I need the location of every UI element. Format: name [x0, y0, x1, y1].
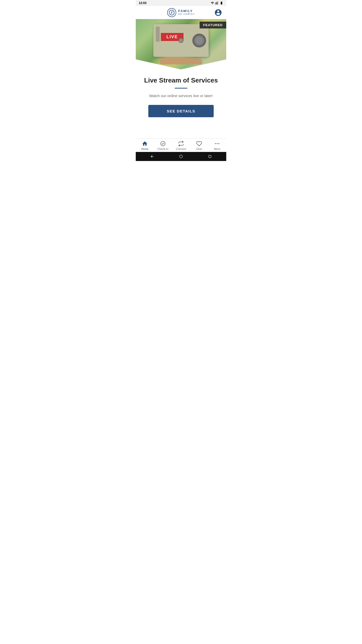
battery-icon — [220, 1, 223, 5]
nav-item-give[interactable]: Give — [190, 141, 208, 150]
svg-text:F: F — [170, 11, 173, 15]
wifi-icon — [211, 1, 214, 5]
android-back-button[interactable] — [150, 154, 155, 159]
status-time: 12:03 — [139, 1, 147, 5]
status-icons — [211, 1, 223, 5]
hero-section[interactable]: LIVE FEATURED — [136, 19, 226, 69]
android-recents-button[interactable] — [207, 154, 212, 159]
profile-button[interactable] — [214, 9, 222, 17]
android-nav-bar — [136, 152, 226, 161]
content-subtitle: Watch our online services live or later! — [149, 93, 213, 99]
logo-circle: F — [167, 8, 176, 17]
checkin-icon — [160, 141, 166, 147]
camera-lens — [192, 34, 206, 48]
camera-body: LIVE — [153, 24, 209, 57]
bottom-nav: Home Check-In Connect Give More — [136, 138, 226, 152]
content-title: Live Stream of Services — [144, 76, 218, 84]
nav-item-connect[interactable]: Connect — [172, 141, 190, 150]
more-icon — [214, 141, 220, 147]
nav-label-more: More — [214, 147, 220, 150]
connect-icon — [178, 141, 184, 147]
logo-main-text: FAMILY — [178, 9, 195, 13]
see-details-button[interactable]: SEE DETAILS — [148, 105, 214, 117]
hand — [160, 58, 202, 64]
logo: F FAMILY OF CHRIST — [167, 8, 195, 17]
give-icon — [196, 141, 202, 147]
home-icon — [142, 141, 148, 147]
svg-rect-7 — [209, 155, 211, 157]
title-divider — [175, 88, 187, 89]
android-home-button[interactable] — [178, 154, 184, 159]
nav-label-home: Home — [141, 147, 148, 150]
svg-point-4 — [217, 143, 218, 144]
signal-icon — [215, 1, 219, 5]
svg-point-5 — [218, 143, 219, 144]
featured-badge: FEATURED — [200, 22, 226, 28]
svg-point-3 — [215, 143, 216, 144]
svg-point-6 — [179, 155, 183, 158]
nav-label-connect: Connect — [176, 147, 186, 150]
nav-item-more[interactable]: More — [208, 141, 226, 150]
nav-item-checkin[interactable]: Check-In — [154, 141, 172, 150]
status-bar: 12:03 — [136, 0, 226, 6]
nav-label-checkin: Check-In — [157, 147, 168, 150]
logo-sub-text: OF CHRIST — [178, 13, 195, 16]
logo-f-icon: F — [169, 10, 174, 15]
svg-point-2 — [161, 141, 165, 146]
main-content: Live Stream of Services Watch our online… — [136, 69, 226, 138]
nav-label-give: Give — [196, 147, 202, 150]
nav-item-home[interactable]: Home — [136, 141, 154, 150]
app-header: F FAMILY OF CHRIST — [136, 6, 226, 19]
